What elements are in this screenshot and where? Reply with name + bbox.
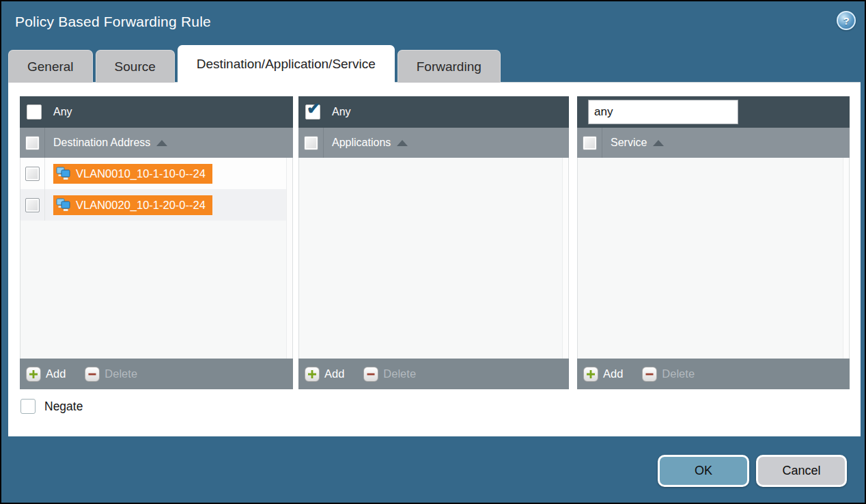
address-object-vlan0010[interactable]: VLAN0010_10-1-10-0--24 bbox=[53, 164, 212, 184]
applications-add-button[interactable]: Add bbox=[305, 367, 344, 382]
service-dropdown-bar: any bbox=[577, 96, 850, 128]
applications-select-all-checkbox[interactable] bbox=[304, 136, 318, 150]
ok-button[interactable]: OK bbox=[658, 455, 749, 487]
add-plus-icon bbox=[26, 367, 41, 382]
service-type-dropdown[interactable]: any bbox=[588, 100, 738, 124]
destination-footer-bar: Add Delete bbox=[20, 359, 293, 389]
applications-any-bar: ✔ Any bbox=[298, 96, 569, 128]
service-select-all-checkbox[interactable] bbox=[583, 136, 597, 150]
destination-address-list: VLAN0010_10-1-10-0--24 VLAN0020_10-1-20-… bbox=[20, 158, 293, 359]
address-object-label: VLAN0020_10-1-20-0--24 bbox=[76, 199, 206, 212]
negate-label: Negate bbox=[44, 400, 83, 414]
tab-source[interactable]: Source bbox=[96, 50, 175, 83]
network-address-icon bbox=[55, 197, 72, 212]
row-checkbox[interactable] bbox=[25, 167, 40, 181]
table-row: VLAN0020_10-1-20-0--24 bbox=[20, 189, 292, 221]
destination-any-bar: Any bbox=[20, 96, 293, 128]
applications-header[interactable]: Applications bbox=[298, 128, 569, 158]
network-address-icon bbox=[55, 166, 72, 181]
destination-any-label: Any bbox=[53, 106, 72, 118]
table-row: VLAN0010_10-1-10-0--24 bbox=[20, 158, 292, 189]
service-list bbox=[577, 158, 850, 359]
tab-content-panel: Any Destination Address bbox=[8, 82, 861, 436]
destination-address-header[interactable]: Destination Address bbox=[20, 128, 293, 158]
delete-minus-icon bbox=[85, 367, 100, 382]
service-header-label: Service bbox=[611, 137, 647, 149]
applications-any-checkbox-checked[interactable]: ✔ bbox=[305, 104, 320, 120]
sort-ascending-icon bbox=[397, 140, 408, 146]
applications-header-label: Applications bbox=[332, 137, 391, 149]
negate-row: Negate bbox=[20, 399, 83, 414]
tab-forwarding[interactable]: Forwarding bbox=[397, 50, 501, 83]
sort-ascending-icon bbox=[156, 140, 167, 146]
destination-address-column: Any Destination Address bbox=[20, 96, 293, 389]
add-plus-icon bbox=[583, 367, 598, 382]
checkmark-icon: ✔ bbox=[307, 100, 320, 117]
service-add-button[interactable]: Add bbox=[583, 367, 623, 382]
delete-minus-icon bbox=[363, 367, 378, 382]
add-plus-icon bbox=[305, 367, 320, 382]
service-type-dropdown-value: any bbox=[588, 100, 738, 124]
destination-select-all-checkbox[interactable] bbox=[25, 136, 40, 150]
policy-based-forwarding-dialog: Policy Based Forwarding Rule ? General S… bbox=[0, 0, 866, 504]
negate-checkbox[interactable] bbox=[20, 399, 36, 414]
row-checkbox[interactable] bbox=[25, 198, 40, 212]
help-icon[interactable]: ? bbox=[837, 11, 856, 30]
address-object-vlan0020[interactable]: VLAN0020_10-1-20-0--24 bbox=[53, 195, 212, 215]
dialog-title: Policy Based Forwarding Rule bbox=[15, 14, 211, 30]
tab-general[interactable]: General bbox=[8, 50, 93, 83]
service-delete-button[interactable]: Delete bbox=[642, 367, 695, 382]
destination-any-checkbox[interactable] bbox=[27, 104, 42, 120]
address-object-label: VLAN0010_10-1-10-0--24 bbox=[76, 167, 206, 180]
question-glyph: ? bbox=[843, 15, 849, 27]
applications-footer-bar: Add Delete bbox=[298, 359, 569, 389]
service-footer-bar: Add Delete bbox=[577, 359, 850, 389]
destination-delete-button[interactable]: Delete bbox=[85, 367, 137, 382]
tab-destination-application-service[interactable]: Destination/Application/Service bbox=[178, 45, 395, 83]
destination-add-button[interactable]: Add bbox=[26, 367, 66, 382]
cancel-button[interactable]: Cancel bbox=[756, 455, 847, 487]
applications-delete-button[interactable]: Delete bbox=[363, 367, 416, 382]
destination-address-header-label: Destination Address bbox=[53, 137, 150, 149]
delete-minus-icon bbox=[642, 367, 657, 382]
tab-bar: General Source Destination/Application/S… bbox=[8, 45, 503, 83]
service-column: any Service Add bbox=[577, 96, 850, 389]
sort-ascending-icon bbox=[653, 140, 664, 146]
service-header[interactable]: Service bbox=[577, 128, 850, 158]
applications-list bbox=[298, 158, 569, 359]
applications-any-label: Any bbox=[332, 106, 351, 118]
applications-column: ✔ Any Applications Add bbox=[298, 96, 569, 389]
